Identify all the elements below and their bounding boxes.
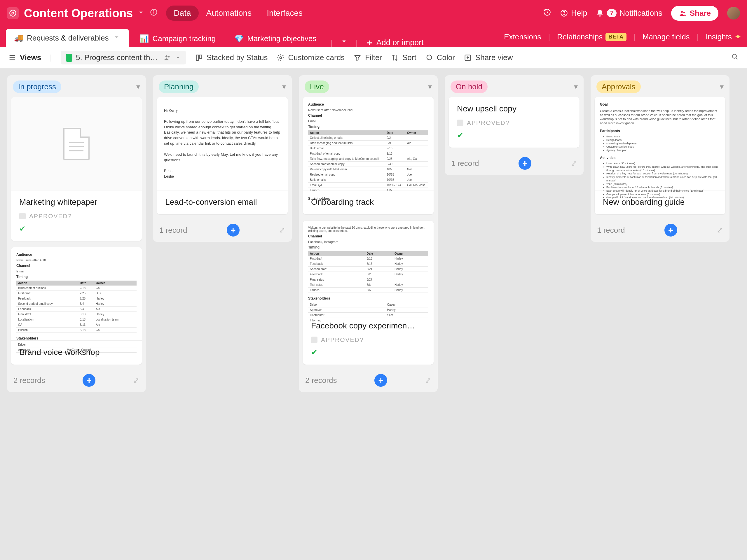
view-toolbar: Views | 5. Progress content through s… S…	[0, 47, 747, 68]
collapse-icon[interactable]: ⤢	[425, 376, 431, 385]
relationships-link[interactable]: Relationships BETA	[557, 32, 626, 42]
record-count: 1 record	[451, 159, 479, 168]
views-button[interactable]: Views	[8, 53, 41, 62]
nav-data[interactable]: Data	[166, 5, 199, 21]
mini-table: DriverCaseyApproverHarleyContributorSamI…	[308, 302, 428, 323]
card-title: Facebook copy experimen…	[311, 321, 426, 330]
column-menu-icon[interactable]: ▾	[282, 82, 286, 91]
column-on-hold: On hold ▾ New upsell copy APPROVED? ✔ 1 …	[445, 75, 584, 175]
manage-fields-link[interactable]: Manage fields	[643, 32, 690, 42]
card-thumbnail: Visitors to our website in the past 30 d…	[303, 221, 434, 314]
info-icon[interactable]	[150, 8, 158, 18]
card-thumbnail: Audience New users after November 2nd Ch…	[303, 97, 434, 190]
column-menu-icon[interactable]: ▾	[720, 82, 724, 91]
status-pill[interactable]: Approvals	[596, 80, 641, 93]
record-card[interactable]: New upsell copy APPROVED? ✔	[449, 97, 579, 148]
notifications-count: 7	[607, 9, 616, 17]
column-menu-icon[interactable]: ▾	[136, 82, 140, 91]
record-card[interactable]: Marketing whitepaper APPROVED? ✔	[11, 97, 142, 241]
insights-link[interactable]: Insights ✦	[705, 32, 741, 42]
status-pill[interactable]: In progress	[13, 80, 61, 93]
record-card[interactable]: Goal Create a cross-functional workshop …	[595, 97, 725, 214]
share-label: Share	[690, 9, 711, 18]
svg-point-8	[684, 12, 685, 13]
extensions-link[interactable]: Extensions	[504, 32, 541, 42]
svg-point-4	[153, 10, 154, 11]
svg-point-6	[564, 15, 564, 15]
base-menu-chevron-icon[interactable]	[137, 8, 145, 18]
notifications-button[interactable]: 7 Notifications	[596, 9, 662, 18]
tab-label: Marketing objectives	[247, 34, 316, 43]
record-card[interactable]: Audience New users after November 2nd Ch…	[303, 97, 434, 214]
record-card[interactable]: Hi Kerry, Following up from our convo ea…	[157, 97, 288, 214]
add-or-import-button[interactable]: Add or import	[361, 38, 428, 47]
chart-icon: 📊	[139, 34, 149, 43]
card-thumbnail: Audience New users after 4/18 Channel Em…	[11, 247, 142, 341]
current-view-chip[interactable]: 5. Progress content through s…	[61, 51, 186, 64]
mini-table: ActionDateOwnerBuild content outlines2/1…	[16, 281, 136, 333]
table-tab-marketing[interactable]: 💎 Marketing objectives	[226, 30, 325, 47]
history-icon[interactable]	[543, 8, 551, 18]
add-record-button[interactable]: +	[664, 224, 677, 237]
svg-point-7	[681, 11, 683, 13]
view-name: 5. Progress content through s…	[76, 53, 160, 62]
svg-rect-16	[197, 55, 199, 60]
card-thumbnail: Hi Kerry, Following up from our convo ea…	[157, 97, 288, 190]
card-title: Lead-to-conversion email	[165, 197, 280, 207]
svg-point-20	[732, 54, 737, 58]
record-count: 1 record	[597, 226, 625, 235]
stacked-by-button[interactable]: Stacked by Status	[195, 53, 268, 62]
nav-interfaces[interactable]: Interfaces	[259, 5, 310, 21]
status-pill[interactable]: Live	[305, 80, 329, 93]
card-thumbnail: Goal Create a cross-functional workshop …	[595, 97, 725, 190]
record-count: 2 records	[14, 376, 45, 385]
add-record-button[interactable]: +	[83, 374, 96, 387]
kanban-view-icon	[66, 54, 72, 62]
check-icon: ✔	[311, 348, 426, 357]
table-tab-requests[interactable]: 🚚 Requests & deliverables	[6, 29, 129, 47]
card-thumbnail	[11, 97, 142, 190]
sort-button[interactable]: Sort	[391, 53, 416, 62]
customize-cards-button[interactable]: Customize cards	[277, 53, 345, 62]
svg-rect-17	[200, 55, 202, 58]
record-card[interactable]: Visitors to our website in the past 30 d…	[303, 221, 434, 365]
column-planning: Planning ▾ Hi Kerry, Following up from o…	[153, 75, 292, 242]
approved-field: APPROVED?	[19, 213, 134, 220]
collapse-icon[interactable]: ⤢	[717, 226, 723, 235]
svg-point-15	[168, 56, 170, 57]
chevron-down-icon[interactable]	[113, 33, 121, 43]
add-record-button[interactable]: +	[518, 157, 531, 170]
add-record-button[interactable]: +	[227, 224, 239, 237]
filter-button[interactable]: Filter	[353, 53, 382, 62]
column-menu-icon[interactable]: ▾	[428, 82, 432, 91]
column-menu-icon[interactable]: ▾	[574, 82, 578, 91]
column-live: Live ▾ Audience New users after November…	[299, 75, 438, 392]
column-in-progress: In progress ▾ Marketing whitepaper APPRO…	[7, 75, 146, 392]
record-card[interactable]: Audience New users after 4/18 Channel Em…	[11, 247, 142, 365]
beta-badge: BETA	[606, 33, 626, 41]
add-record-button[interactable]: +	[375, 374, 387, 387]
base-title[interactable]: Content Operations	[24, 7, 133, 20]
collapse-icon[interactable]: ⤢	[133, 376, 139, 385]
nav-automations[interactable]: Automations	[199, 5, 259, 21]
status-pill[interactable]: Planning	[159, 80, 199, 93]
color-button[interactable]: Color	[425, 53, 455, 62]
notifications-label: Notifications	[619, 9, 662, 18]
sparkle-icon: ✦	[735, 32, 741, 42]
document-icon	[63, 128, 89, 160]
card-title: New upsell copy	[457, 104, 571, 113]
collapse-icon[interactable]: ⤢	[571, 159, 577, 168]
share-button[interactable]: Share	[671, 6, 718, 21]
collapse-icon[interactable]: ⤢	[279, 226, 285, 235]
search-icon[interactable]	[731, 53, 739, 63]
base-icon[interactable]	[7, 7, 19, 19]
status-pill[interactable]: On hold	[450, 80, 488, 93]
chevron-down-icon[interactable]	[175, 55, 181, 61]
people-icon	[163, 54, 172, 62]
tab-overflow-chevron-icon[interactable]	[336, 37, 352, 47]
table-tab-campaign[interactable]: 📊 Campaign tracking	[131, 30, 224, 47]
help-button[interactable]: Help	[560, 9, 587, 18]
mini-table: ActionDateOwnerFirst draft6/15HarleyFeed…	[308, 251, 428, 293]
share-view-button[interactable]: Share view	[464, 53, 513, 62]
user-avatar[interactable]	[727, 7, 740, 20]
